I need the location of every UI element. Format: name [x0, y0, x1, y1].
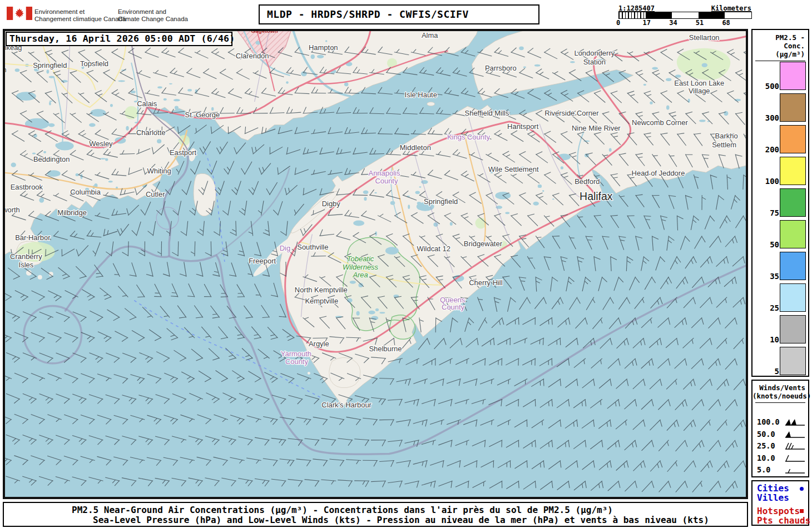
pm25-level-value: 35 — [756, 272, 779, 281]
map-place-label: Bar Harbor — [15, 233, 51, 242]
wind-legend-row: 50.0 — [752, 429, 808, 441]
map-place-label: Charlotte — [136, 128, 166, 137]
pm25-level-value: 25 — [756, 303, 779, 312]
winds-legend: Winds/Vents (knots/noeuds) 100.050.025.0… — [751, 380, 809, 477]
map-place-label: Southville — [297, 243, 328, 251]
wind-barb-icon — [784, 418, 805, 429]
map-place-label: Shelburne — [369, 345, 402, 353]
map-place-label: Freeport — [249, 257, 276, 265]
map-scale-bar: 1:1285407 Kilometers 017345168 — [615, 4, 754, 27]
scale-tick: 68 — [722, 19, 730, 27]
points-legend: Cities Villes Hotspots Pts chauds — [751, 480, 809, 526]
scale-tick: 51 — [696, 19, 704, 27]
map-place-label: Village — [689, 87, 710, 95]
map-place-label: Hantsport — [507, 122, 539, 131]
pm25-legend-level: 5 — [752, 345, 808, 377]
winds-legend-rows: 100.050.025.010.05.0 — [752, 416, 808, 476]
map-place-label: Clarendon — [236, 52, 269, 60]
map-place-label: Wesley — [89, 140, 113, 148]
scale-tick: 0 — [616, 19, 620, 27]
pm25-legend-level: 300 — [752, 92, 808, 123]
wind-barb-icon — [784, 454, 805, 465]
pm25-level-value: 300 — [756, 113, 779, 122]
pm25-legend-title: PM2.5 - Conc. (µg/m³) — [752, 30, 808, 58]
map-place-label: Halifax — [580, 190, 613, 202]
map-place-label: Newcomb Corner — [632, 118, 688, 127]
wind-barb-icon — [784, 466, 805, 476]
map-place-label: Eastport — [170, 148, 197, 157]
map-place-label: Calais — [137, 99, 157, 108]
wind-barb-icon — [784, 430, 805, 441]
map-place-label: Alma — [422, 31, 438, 39]
map-place-label: Tobeatic — [347, 255, 374, 263]
map-canvas[interactable]: attawamkeagSpringfieldTopsfieldolnCalais… — [3, 29, 748, 499]
scale-unit-label: Kilometers — [711, 4, 751, 12]
scale-segment — [646, 12, 672, 18]
pm25-legend-level: 200 — [752, 123, 808, 155]
map-place-label: Springfield — [424, 197, 458, 206]
pm25-color-swatch — [780, 93, 806, 122]
map-place-label: worth — [4, 206, 20, 214]
map-place-label: Beddington — [33, 155, 70, 163]
pm25-legend: PM2.5 - Conc. (µg/m³) 500300200100755035… — [751, 29, 809, 377]
city-dot-icon — [800, 487, 804, 491]
wind-legend-row: 100.0 — [752, 416, 808, 429]
map-place-label: Wildcat 12 — [417, 245, 450, 253]
scale-segment — [619, 12, 646, 18]
pm25-color-swatch — [780, 157, 806, 185]
map-place-label: County — [285, 357, 309, 366]
pm25-legend-level: 10 — [752, 313, 808, 345]
pm25-legend-level: 75 — [752, 187, 808, 218]
wind-barb-icon — [784, 442, 805, 452]
map-place-label: Queens — [440, 296, 465, 304]
wind-speed-value: 5.0 — [757, 465, 770, 474]
map-place-label: Station — [583, 58, 606, 66]
map-place-label: East Loon Lake — [674, 79, 724, 87]
map-place-label: Head of Jeddore — [632, 169, 685, 177]
map-place-label: Bedford — [575, 177, 600, 186]
pm25-color-swatch — [780, 125, 806, 153]
pm25-color-swatch — [780, 220, 806, 248]
map-place-label: County — [442, 303, 465, 311]
pm25-level-value: 200 — [756, 145, 779, 154]
map-place-label: Sheffield Mills — [465, 109, 509, 117]
pm25-legend-level: 500 — [752, 60, 808, 92]
map-place-label: St. George — [185, 111, 220, 119]
pm25-color-swatch — [780, 283, 806, 312]
map-place-label: Settlem — [712, 141, 736, 150]
pm25-level-value: 50 — [756, 240, 779, 249]
agency-name-fr: Environnement et Changement climatique C… — [34, 8, 126, 23]
map-place-label: Bridgewater — [464, 240, 503, 248]
hotspots-label-fr: Pts chauds — [752, 516, 808, 525]
scale-bar-segments — [618, 12, 752, 19]
wind-speed-value: 10.0 — [757, 454, 775, 462]
cities-label-fr: Villes — [752, 493, 808, 502]
map-place-label: Milbridge — [57, 208, 87, 217]
map-place-label: Kings County — [447, 133, 491, 141]
pm25-legend-level: 100 — [752, 155, 808, 187]
map-place-label: Whiting — [147, 167, 171, 175]
map-place-label: Parrsboro — [485, 64, 517, 73]
map-place-label: Cutler — [146, 190, 165, 198]
scale-tick-labels: 017345168 — [615, 19, 750, 27]
map-place-label: Barkho — [715, 132, 738, 140]
pm25-color-swatch — [780, 347, 806, 375]
map-place-label: Londonderry — [574, 49, 615, 57]
pm25-level-value: 10 — [756, 335, 779, 344]
pm25-level-value: 500 — [756, 82, 779, 91]
pm25-color-swatch — [780, 62, 806, 90]
scale-segment — [725, 12, 751, 18]
wind-legend-row: 10.0 — [752, 452, 808, 465]
pm25-legend-level: 35 — [752, 250, 808, 282]
pm25-color-swatch — [780, 315, 806, 343]
caption-line-2: Sea-Level Pressure (hPa) and Low-Level W… — [93, 515, 709, 525]
wind-legend-row: 25.0 — [752, 440, 808, 452]
map-place-label: Nine Mile River — [572, 124, 621, 132]
map-place-label: Columbia — [70, 188, 101, 196]
map-place-label: Area — [352, 271, 368, 279]
scale-segment — [672, 12, 699, 18]
map-place-label: Wile Settlement — [488, 165, 539, 173]
map-place-label: Topsfield — [80, 59, 108, 68]
page-title: MLDP - HRDPS/SHRPD - CWFIS/SCIFV — [259, 4, 539, 24]
map-caption: PM2.5 Near-Ground Air Concentrations (µg… — [3, 502, 748, 527]
